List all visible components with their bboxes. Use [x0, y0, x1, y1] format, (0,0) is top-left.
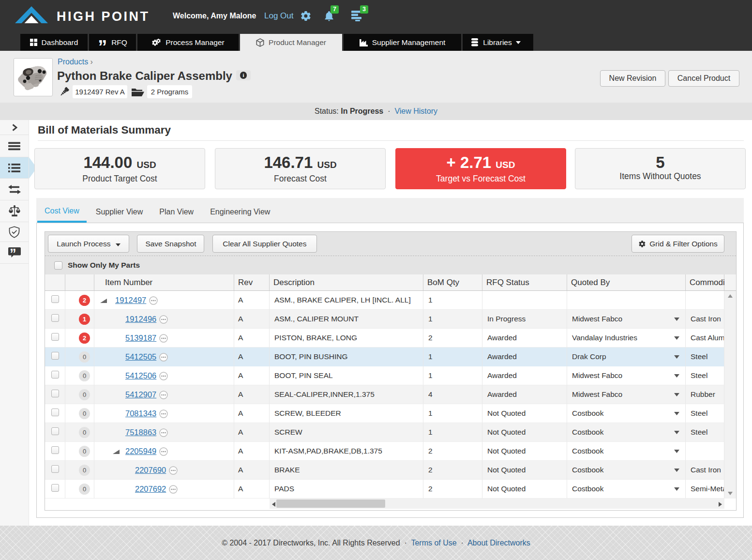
svg-text:”: ”: [10, 247, 16, 258]
